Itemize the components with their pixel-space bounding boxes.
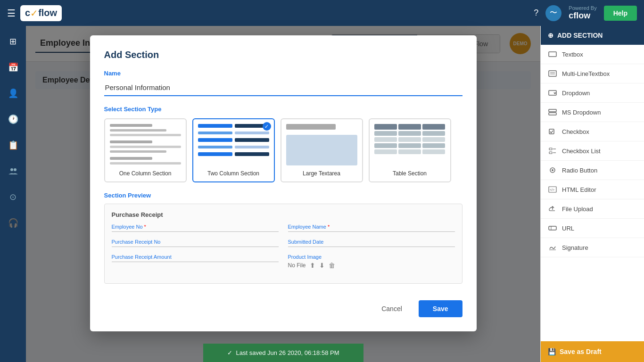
tool-item-url[interactable]: URL [541,219,644,238]
no-file-text: No File [288,262,306,269]
tool-item-file-upload[interactable]: File Upload [541,199,644,219]
one-column-preview [110,124,181,166]
save-button[interactable]: Save [419,300,462,317]
cancel-button[interactable]: Cancel [370,300,414,317]
radio-button-label: Radio Button [562,167,597,174]
help-question-button[interactable]: ? [534,8,538,18]
download-icon[interactable]: ⬇ [319,262,325,269]
content-area: 1 ▦ Design Form 2 ⇌ Create Flow DEMO Emp… [26,26,540,362]
svg-point-15 [552,169,553,171]
employee-name-line [288,231,455,232]
svg-rect-3 [549,71,556,76]
tool-item-radio-button[interactable]: Radio Button [541,161,644,180]
employee-no-line [112,231,279,232]
add-section-icon: ⊕ [548,32,553,39]
toast-message: Last saved Jun 26 2020, 06:18:58 PM [236,349,339,356]
dropdown-icon [548,88,557,98]
product-image-file-row: No File ⬆ ⬇ 🗑 [288,262,455,269]
preview-row-1: Employee No * Employee Name * [112,224,455,232]
tool-item-html-editor[interactable]: </> HTML Editor [541,180,644,199]
svg-rect-19 [549,226,556,230]
user-avatar[interactable]: 〜 [545,5,561,21]
html-editor-label: HTML Editor [562,186,596,193]
sidebar-calendar-icon[interactable]: 📅 [5,59,21,75]
svg-rect-9 [549,129,554,134]
svg-rect-8 [549,113,556,115]
checkbox-list-label: Checkbox List [562,148,601,155]
table-label: Table Section [374,170,446,177]
file-upload-label: File Upload [562,206,593,213]
toast-notification: ✓ Last saved Jun 26 2020, 06:18:58 PM [203,344,363,362]
save-draft-icon: 💾 [548,348,556,355]
signature-label: Signature [562,244,588,251]
sidebar-headset-icon[interactable]: 🎧 [5,214,21,231]
radio-button-icon [548,165,557,175]
sidebar-user-icon[interactable]: 👤 [5,85,21,101]
svg-point-1 [14,168,17,171]
multiline-textbox-icon [548,69,557,78]
large-textarea-label: Large Textarea [286,170,357,177]
employee-name-label: Employee Name * [288,224,455,230]
preview-row-3: Purchase Receipt Amount Product Image No… [112,254,455,269]
hamburger-icon[interactable]: ☰ [7,8,16,19]
checkbox-icon [548,127,557,136]
large-textarea-preview [286,124,357,166]
section-card-two-column[interactable]: ✓ [192,118,275,182]
submitted-date-label: Submitted Date [288,239,455,245]
logo-check-icon: ✓ [30,8,38,19]
employee-no-label: Employee No * [112,224,279,230]
url-icon [548,223,557,233]
nav-right-section: ? 〜 Powered By cflow Help [534,5,637,21]
submitted-date-line [288,247,455,247]
section-type-cards: One Column Section ✓ [104,118,462,182]
preview-section-title: Purchase Receipt [112,211,455,218]
sidebar-report-icon[interactable]: 📋 [5,137,21,153]
checkbox-label: Checkbox [562,128,589,135]
textbox-icon [548,49,557,59]
save-draft-button[interactable]: 💾 Save as Draft [541,341,644,362]
receipt-no-line [112,247,279,247]
right-sidebar-header: ⊕ ADD SECTION [541,26,644,45]
html-editor-icon: </> [548,185,557,194]
signature-icon [548,243,557,252]
sidebar-team-icon[interactable] [5,163,21,179]
multiline-textbox-label: Multi-LineTextbox [562,70,610,77]
section-card-one-column[interactable]: One Column Section [104,118,187,182]
two-column-label: Two Column Section [198,170,269,177]
tool-item-dropdown[interactable]: Dropdown [541,83,644,103]
modal-footer: Cancel Save [104,293,462,317]
two-column-check-icon: ✓ [263,122,271,131]
right-sidebar: ⊕ ADD SECTION Textbox Multi-LineTextbox … [540,26,644,362]
upload-icon[interactable]: ⬆ [310,262,315,269]
add-section-header-label: ADD SECTION [557,32,603,39]
two-column-preview [198,124,269,166]
tool-item-signature[interactable]: Signature [541,238,644,257]
logo-name: flow [38,8,57,18]
tool-item-checkbox[interactable]: Checkbox [541,122,644,141]
tool-item-checkbox-list[interactable]: Checkbox List [541,141,644,161]
logo-text: c [25,8,30,18]
name-label: Name [104,70,462,77]
preview-field-product-image: Product Image No File ⬆ ⬇ 🗑 [288,254,455,269]
tool-item-textbox[interactable]: Textbox [541,45,644,64]
tool-item-multiline-textbox[interactable]: Multi-LineTextbox [541,64,644,83]
receipt-no-label: Purchase Receipt No [112,239,279,245]
svg-point-0 [10,168,13,171]
section-card-large-textarea[interactable]: Large Textarea [281,118,363,182]
save-draft-label: Save as Draft [560,348,602,355]
section-name-input[interactable] [104,80,462,96]
svg-text:</>: </> [550,188,554,191]
preview-field-employee-no: Employee No * [112,224,279,232]
delete-icon[interactable]: 🗑 [329,262,335,269]
sidebar-alert-icon[interactable]: ⊙ [5,189,21,205]
checkbox-list-icon [548,146,557,156]
sidebar-home-icon[interactable]: ⊞ [5,33,21,49]
receipt-amount-label: Purchase Receipt Amount [112,254,279,260]
sidebar-clock-icon[interactable]: 🕐 [5,111,21,127]
section-preview-label: Section Preview [104,192,462,199]
help-button[interactable]: Help [604,6,637,21]
add-section-modal: Add Section Name Select Section Type [90,35,477,331]
preview-row-2: Purchase Receipt No Submitted Date [112,239,455,247]
tool-item-ms-dropdown[interactable]: MS Dropdown [541,103,644,122]
section-card-table[interactable]: Table Section [369,118,451,182]
